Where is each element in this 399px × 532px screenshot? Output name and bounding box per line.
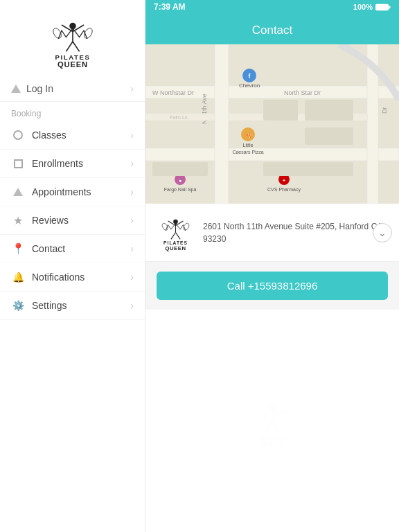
svg-text:CVS Pharmacy: CVS Pharmacy [267, 187, 301, 193]
settings-icon: ⚙️ [11, 299, 25, 312]
battery-label: 100% [353, 3, 373, 11]
classes-label: Classes [32, 130, 66, 141]
notifications-icon: 🔔 [11, 270, 25, 284]
login-row[interactable]: Log In › [0, 76, 145, 102]
info-logo: PILATES QUEEN [157, 213, 195, 251]
logo-area: PILATES QUEEN [0, 0, 145, 76]
svg-text:Chevron: Chevron [239, 82, 260, 89]
info-panel: PILATES QUEEN 2601 North 11th Avenue Sui… [145, 204, 399, 262]
enrollments-icon [11, 157, 25, 170]
classes-chevron-icon: › [130, 130, 134, 141]
svg-text:QUEEN: QUEEN [57, 60, 88, 69]
call-button[interactable]: Call +15593812696 [157, 272, 388, 300]
header-title: Contact [252, 24, 293, 37]
chevron-down-icon: ⌄ [378, 227, 387, 238]
svg-rect-15 [145, 148, 399, 161]
address-text: 2601 North 11th Avenue Suite #205, Hanfo… [203, 220, 388, 245]
appointments-label: Appointments [32, 186, 91, 197]
contact-label: Contact [32, 243, 65, 254]
svg-text:+: + [283, 178, 285, 183]
svg-text:🍕: 🍕 [245, 131, 253, 139]
svg-text:Palm Ln: Palm Ln [170, 115, 188, 120]
login-chevron-icon: › [130, 83, 134, 94]
svg-rect-12 [389, 6, 391, 8]
sidebar-item-appointments[interactable]: Appointments › [0, 178, 145, 206]
collapse-button[interactable]: ⌄ [373, 223, 392, 242]
main-content: 7:39 AM 100% Contact [145, 0, 399, 532]
app-logo: PILATES QUEEN [45, 14, 100, 69]
login-label: Log In [26, 83, 53, 94]
svg-text:W Northstar Dr: W Northstar Dr [152, 89, 194, 96]
svg-text:QUEEN: QUEEN [260, 441, 285, 449]
notifications-chevron-icon: › [130, 272, 134, 283]
svg-line-57 [265, 421, 272, 431]
svg-rect-40 [305, 127, 353, 145]
svg-text:Dr: Dr [381, 107, 388, 114]
svg-point-49 [161, 222, 168, 231]
status-bar: 7:39 AM 100% [145, 0, 399, 14]
map-area[interactable]: W Northstar Dr North Star Dr N 11th Ave … [145, 44, 399, 204]
contact-chevron-icon: › [130, 243, 134, 254]
sidebar-item-contact[interactable]: 📍 Contact › [0, 235, 145, 263]
battery-icon [375, 3, 391, 11]
svg-rect-11 [376, 5, 388, 10]
sidebar-item-reviews[interactable]: ★ Reviews › [0, 206, 145, 235]
reviews-label: Reviews [32, 215, 69, 226]
appointments-chevron-icon: › [130, 186, 134, 197]
notifications-label: Notifications [32, 272, 85, 283]
svg-line-5 [73, 42, 80, 51]
booking-section-label: Booking [0, 102, 145, 121]
svg-text:Fargo Nail Spa: Fargo Nail Spa [164, 187, 197, 193]
svg-point-6 [51, 27, 62, 40]
enrollments-label: Enrollments [32, 158, 83, 169]
user-icon [11, 85, 21, 93]
empty-area: PILATES QUEEN [145, 310, 399, 532]
map-svg: W Northstar Dr North Star Dr N 11th Ave … [145, 44, 399, 204]
svg-rect-41 [152, 162, 208, 176]
svg-text:Little: Little [243, 143, 254, 148]
enrollments-chevron-icon: › [130, 158, 134, 169]
status-right: 100% [353, 3, 391, 11]
contact-icon: 📍 [11, 242, 25, 256]
settings-chevron-icon: › [130, 300, 134, 311]
svg-rect-18 [215, 44, 229, 204]
svg-line-4 [66, 42, 73, 51]
sidebar-item-classes[interactable]: Classes › [0, 121, 145, 150]
svg-rect-42 [263, 162, 353, 176]
app-container: PILATES QUEEN Log In › Booking Classes › [0, 0, 399, 532]
svg-text:Caesars Pizza: Caesars Pizza [232, 150, 263, 154]
sidebar-item-enrollments[interactable]: Enrollments › [0, 150, 145, 178]
svg-rect-39 [305, 100, 353, 121]
sidebar-item-settings[interactable]: ⚙️ Settings › [0, 292, 145, 320]
svg-rect-38 [263, 100, 298, 121]
login-row-left: Log In [11, 83, 53, 94]
sidebar: PILATES QUEEN Log In › Booking Classes › [0, 0, 145, 532]
svg-text:PILATES: PILATES [163, 240, 188, 245]
svg-text:PILATES: PILATES [55, 53, 90, 61]
reviews-icon: ★ [11, 213, 25, 227]
sidebar-item-notifications[interactable]: 🔔 Notifications › [0, 263, 145, 292]
svg-text:●: ● [179, 178, 181, 183]
svg-text:North Star Dr: North Star Dr [284, 89, 321, 96]
svg-text:QUEEN: QUEEN [165, 245, 186, 251]
reviews-chevron-icon: › [130, 215, 134, 226]
appointments-icon [11, 185, 25, 199]
settings-label: Settings [32, 300, 67, 311]
svg-line-58 [272, 421, 279, 431]
svg-point-50 [182, 222, 190, 231]
svg-line-48 [176, 233, 181, 240]
main-header: Contact [145, 14, 399, 44]
status-time: 7:39 AM [154, 2, 186, 12]
watermark: PILATES QUEEN [245, 393, 300, 449]
classes-icon [11, 128, 25, 142]
svg-point-7 [82, 27, 94, 40]
svg-text:PILATES: PILATES [258, 434, 286, 442]
svg-line-47 [171, 233, 176, 240]
